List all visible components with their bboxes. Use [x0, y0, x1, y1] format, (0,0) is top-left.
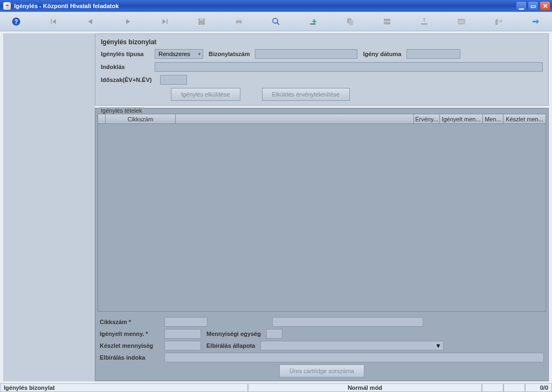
elbiralas-indoka-input[interactable] [164, 353, 544, 362]
svg-rect-13 [349, 20, 353, 25]
status-gap2 [503, 384, 525, 392]
status-bar: Igénylés bizonylat Normál mód 0/0 [0, 383, 552, 392]
label-igenyelt: Igényelt menny. * [100, 331, 159, 337]
item-detail-form: Cikkszám * Igényelt menny. * Mennyiségi … [98, 315, 546, 379]
svg-rect-5 [237, 18, 240, 20]
type-combobox[interactable]: Rendszeres ▼ [155, 49, 203, 59]
forward-arrow-icon[interactable] [530, 16, 541, 27]
svg-rect-16 [421, 23, 427, 25]
status-gap1 [482, 384, 503, 392]
col-menn[interactable]: Men... [483, 114, 503, 123]
cikkszam-input[interactable] [164, 317, 208, 327]
send-request-button[interactable]: Igénylés elküldése [171, 88, 240, 101]
chevron-down-icon: ▼ [197, 52, 202, 57]
chevron-down-icon: ▼ [436, 342, 441, 349]
svg-line-8 [277, 22, 279, 25]
label-keszlet-menny: Készlet mennyiség [100, 342, 159, 349]
window-title: Igénylés - Központi Hivatali feladatok [14, 3, 516, 9]
request-voucher-panel: Igénylés bizonylat Igénylés típusa Rends… [95, 33, 549, 106]
label-cikkszam: Cikkszám * [100, 319, 159, 325]
svg-rect-10 [314, 19, 315, 23]
prev-record-icon[interactable] [85, 16, 96, 27]
svg-rect-6 [237, 23, 240, 25]
label-reason: Indoklás [101, 64, 149, 70]
type-combobox-value: Rendszeres [158, 51, 190, 57]
label-reqdate: Igény dátuma [363, 51, 401, 57]
col-erveny[interactable]: Érvény... [414, 114, 440, 123]
ok-icon[interactable]: OK [456, 16, 467, 27]
last-record-icon[interactable] [159, 16, 170, 27]
save-icon[interactable] [196, 16, 208, 27]
panel-top-legend: Igénylés bizonylat [101, 38, 543, 46]
col-blank[interactable] [176, 114, 414, 123]
label-mennyiseg-egyseg: Mennyiségi egység [206, 331, 261, 337]
table-body[interactable] [98, 124, 546, 311]
left-spacer [3, 33, 95, 381]
label-docnum: Bizonylatszám [209, 51, 250, 57]
docnum-input[interactable] [255, 49, 357, 59]
label-type: Igénylés típusa [101, 51, 149, 57]
help-icon[interactable]: ? [11, 16, 22, 27]
reason-input[interactable] [155, 62, 543, 72]
igenyelt-input[interactable] [164, 329, 201, 339]
svg-rect-15 [384, 22, 390, 24]
svg-text:OK: OK [459, 20, 464, 24]
next-record-icon[interactable] [122, 16, 133, 27]
keszlet-menny-input[interactable] [164, 341, 201, 350]
elbiralas-allapota-combobox[interactable]: ▼ [260, 341, 444, 350]
request-items-panel: Igénylés tételek Cikkszám Érvény... Igén… [95, 108, 549, 381]
status-mode: Normál mód [248, 384, 482, 392]
panel-items-legend: Igénylés tételek [99, 107, 144, 114]
rename-icon[interactable] [382, 16, 393, 27]
svg-rect-11 [310, 23, 316, 25]
java-icon: ☕ [3, 2, 11, 10]
label-period: Időszak(ÉV+N.ÉV) [101, 77, 155, 83]
exit-icon[interactable] [493, 16, 504, 27]
lookup-icon[interactable] [419, 16, 430, 27]
table-corner [98, 114, 106, 123]
title-bar: ☕ Igénylés - Központi Hivatali feladatok… [0, 0, 552, 12]
col-cikkszam[interactable]: Cikkszám [106, 114, 176, 123]
svg-rect-3 [200, 18, 203, 21]
status-count: 0/0 [525, 384, 552, 392]
print-icon[interactable] [233, 16, 245, 27]
add-icon[interactable] [307, 16, 319, 27]
close-button[interactable]: ✕ [540, 1, 550, 11]
label-elbiralas-indoka: Elbírálás indoka [100, 354, 159, 361]
period-input[interactable] [160, 75, 187, 85]
first-record-icon[interactable] [48, 16, 59, 27]
find-icon[interactable] [271, 16, 282, 27]
reqdate-input[interactable] [406, 49, 460, 59]
cancel-send-button[interactable]: Elküldés érvénytelenítése [262, 88, 350, 101]
content-area: Igénylés bizonylat Igénylés típusa Rends… [0, 31, 552, 383]
col-igenyelt[interactable]: Igényelt men... [440, 114, 483, 123]
svg-rect-14 [384, 18, 390, 21]
cikkszam-desc-input[interactable] [272, 317, 423, 327]
copy-icon[interactable] [344, 16, 356, 27]
status-left: Igénylés bizonylat [0, 384, 248, 392]
mennyiseg-egyseg-input[interactable] [266, 329, 282, 339]
maximize-button[interactable]: ▭ [528, 1, 539, 11]
label-elbiralas-allapota: Elbírálás állapota [206, 342, 255, 349]
empty-cartridge-button[interactable]: Üres cartridge sorszáma [279, 365, 364, 377]
col-keszlet[interactable]: Készlet men... [503, 114, 546, 123]
minimize-button[interactable]: ▁ [516, 1, 527, 11]
toolbar: ? OK [0, 12, 552, 31]
table-header: Cikkszám Érvény... Igényelt men... Men..… [98, 114, 546, 124]
svg-text:?: ? [15, 18, 18, 24]
items-table: Cikkszám Érvény... Igényelt men... Men..… [98, 114, 546, 312]
